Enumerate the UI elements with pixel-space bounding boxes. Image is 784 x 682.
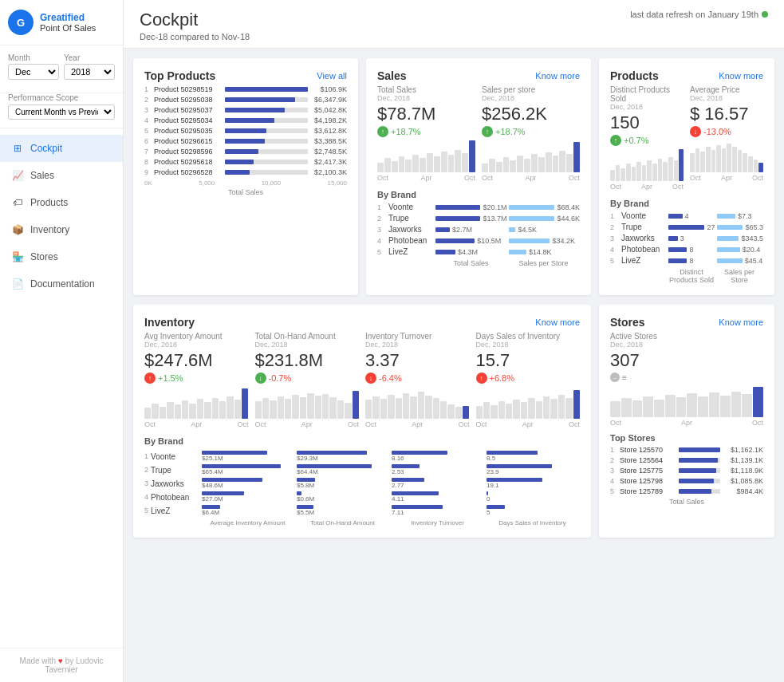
top-stores-list: 1Store 125570 $1,162.1K 2Store 125564 $1… <box>610 446 763 495</box>
days-sales-sparkline <box>476 387 581 419</box>
month-label: Month <box>8 53 59 62</box>
dashboard-row-2: Inventory Know more Avg Inventory Amount… <box>124 305 784 547</box>
logo-text: Greatified Point Of Sales <box>40 12 96 33</box>
last-refresh: last data refresh on January 19th <box>630 10 768 19</box>
sidebar-item-stores[interactable]: 🏪 Stores <box>0 243 123 270</box>
top-products-list: 1Product 50298519 $106.9K 2Product 50295… <box>144 85 347 176</box>
products-know-more[interactable]: Know more <box>719 71 763 81</box>
inventory-icon: 📦 <box>11 223 24 236</box>
date-compare: Dec-18 compared to Nov-18 <box>140 32 250 41</box>
down-icon: ↑ <box>144 373 156 384</box>
logo-icon: G <box>8 10 33 35</box>
sidebar-item-documentation[interactable]: 📄 Documentation <box>0 270 123 298</box>
up-icon: ↑ <box>482 126 493 137</box>
sales-card-title: Sales <box>377 69 407 82</box>
distinct-products-metric: Distinct Products Sold Dec, 2018 150 ↑+0… <box>610 85 684 191</box>
sales-card: Sales Know more Total Sales Dec, 2018 $7… <box>366 58 591 295</box>
sales-know-more[interactable]: Know more <box>535 71 580 81</box>
sales-icon: 📈 <box>11 169 24 182</box>
inv-turnover-metric: Inventory Turnover Dec, 2018 3.37 ↓-6.4%… <box>365 332 470 428</box>
up-icon: ↑ <box>377 126 388 137</box>
main-nav: ⊞ Cockpit 📈 Sales 🏷 Products 📦 Inventory… <box>0 128 123 648</box>
avg-price-sparkline <box>690 140 763 172</box>
up-icon: ↓ <box>255 373 266 384</box>
stores-know-more[interactable]: Know more <box>719 317 763 327</box>
month-year-filters: Month Dec Year 2018 <box>0 45 123 93</box>
list-item: 2Product 50295038 $6,347.9K <box>144 96 347 104</box>
list-item: 6Product 50296615 $3,388.5K <box>144 137 347 145</box>
sidebar-item-inventory[interactable]: 📦 Inventory <box>0 216 123 243</box>
list-item: 1Product 50298519 $106.9K <box>144 85 347 93</box>
days-sales-metric: Days Sales of Inventory Dec, 2018 15.7 ↑… <box>476 332 581 428</box>
products-card-title: Products <box>610 69 659 82</box>
top-products-card: Top Products View all 1Product 50298519 … <box>133 58 358 295</box>
sidebar-item-products[interactable]: 🏷 Products <box>0 189 123 216</box>
products-card: Products Know more Distinct Products Sol… <box>599 58 774 295</box>
cockpit-icon: ⊞ <box>11 142 24 155</box>
stores-icon: 🏪 <box>11 250 24 263</box>
page-title: Cockpit <box>140 10 250 30</box>
avg-price-metric: Average Price Dec, 2018 $ 16.57 ↓-13.0% … <box>690 85 763 191</box>
products-by-brand: 1Voonte4$7.3 2Trupe27$65.3 3Jaxworks3$34… <box>610 211 763 265</box>
top-products-title: Top Products <box>144 69 215 82</box>
sales-by-brand: 1Voonte$20.1M$68.4K 2Trupe$13.7M$44.6K 3… <box>377 203 580 256</box>
inventory-by-brand: 1Voonte $25.1M $29.3M 8.16 8.5 2Trupe $6… <box>144 449 580 516</box>
list-item: 9Product 50296528 $2,100.3K <box>144 168 347 176</box>
main-content: Cockpit Dec-18 compared to Nov-18 last d… <box>124 0 784 682</box>
inventory-metrics: Avg Inventory Amount Dec, 2018 $247.6M ↑… <box>144 332 580 428</box>
heart-icon: ♥ <box>58 656 63 665</box>
year-select[interactable]: 2018 <box>64 64 115 80</box>
list-item: 4Product 50295034 $4,198.2K <box>144 116 347 124</box>
down-icon: ↓ <box>365 373 376 384</box>
inventory-card-title: Inventory <box>144 316 195 329</box>
perf-scope-label: Performance Scope <box>8 93 115 102</box>
neutral-icon: – <box>610 373 620 382</box>
top-products-view-all[interactable]: View all <box>317 71 347 81</box>
inv-turnover-sparkline <box>365 387 470 419</box>
year-label: Year <box>64 53 115 62</box>
list-item: 3Store 125775 $1,118.9K <box>610 467 763 475</box>
up-icon: ↑ <box>610 135 621 146</box>
products-icon: 🏷 <box>11 196 24 209</box>
list-item: 5Product 50295035 $3,612.8K <box>144 127 347 135</box>
list-item: 2Store 125564 $1,139.1K <box>610 456 763 464</box>
list-item: 1Store 125570 $1,162.1K <box>610 446 763 454</box>
sidebar-item-cockpit[interactable]: ⊞ Cockpit <box>0 135 123 162</box>
inventory-know-more[interactable]: Know more <box>535 317 580 327</box>
list-item: 3Product 50295037 $5,042.8K <box>144 106 347 114</box>
documentation-icon: 📄 <box>11 278 24 290</box>
total-sales-metric: Total Sales Dec, 2018 $78.7M ↑+18.7% Oct… <box>377 85 475 182</box>
list-item: 7Product 50298596 $2,748.5K <box>144 148 347 156</box>
total-onhand-metric: Total On-Hand Amount Dec, 2018 $231.8M ↓… <box>255 332 360 428</box>
sidebar: G Greatified Point Of Sales Month Dec Ye… <box>0 0 124 682</box>
down-icon: ↑ <box>476 373 487 384</box>
page-header: Cockpit Dec-18 compared to Nov-18 last d… <box>124 0 784 49</box>
total-sales-sparkline <box>377 140 475 172</box>
dashboard-row-1: Sales Know more Total Sales Dec, 2018 $7… <box>124 49 784 305</box>
stores-card: Stores Know more Active Stores Dec, 2018… <box>599 305 774 538</box>
total-onhand-sparkline <box>255 387 360 419</box>
inventory-card: Inventory Know more Avg Inventory Amount… <box>133 305 591 538</box>
perf-scope-select[interactable]: Current Month vs Previous Month <box>8 104 115 120</box>
month-select[interactable]: Dec <box>8 64 59 80</box>
performance-scope-filter: Performance Scope Current Month vs Previ… <box>0 93 123 128</box>
list-item: 4Store 125798 $1,085.8K <box>610 477 763 485</box>
active-stores-sparkline <box>610 385 763 417</box>
list-item: 5Store 125789 $984.4K <box>610 487 763 495</box>
refresh-status-dot <box>762 11 768 18</box>
distinct-products-sparkline <box>610 149 684 181</box>
down-icon: ↓ <box>690 126 701 137</box>
sidebar-item-sales[interactable]: 📈 Sales <box>0 162 123 189</box>
list-item: 8Product 50295618 $2,417.3K <box>144 158 347 166</box>
sales-per-store-sparkline <box>482 140 580 172</box>
avg-inv-sparkline <box>144 387 249 419</box>
sales-per-store-metric: Sales per store Dec, 2018 $256.2K ↑+18.7… <box>482 85 580 182</box>
stores-card-title: Stores <box>610 316 645 329</box>
sidebar-footer: Made with ♥ by Ludovic Tavernier <box>0 648 123 682</box>
avg-inventory-metric: Avg Inventory Amount Dec, 2018 $247.6M ↑… <box>144 332 249 428</box>
logo: G Greatified Point Of Sales <box>0 0 123 45</box>
